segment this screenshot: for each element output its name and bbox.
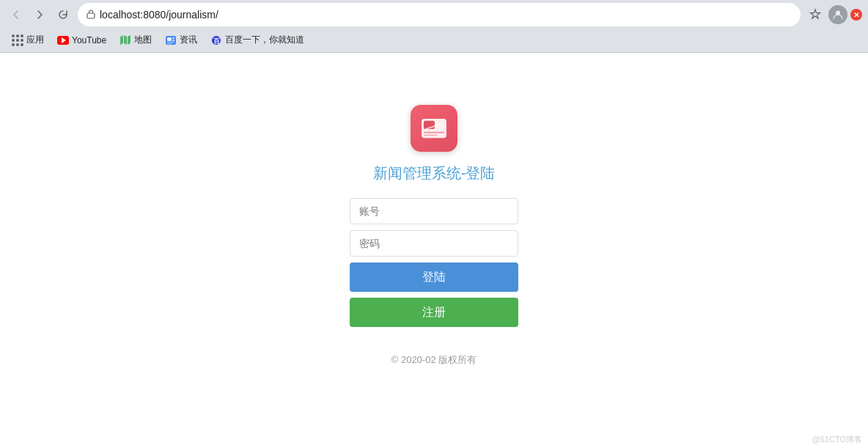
svg-text:百: 百: [213, 37, 221, 45]
toolbar-actions: ✕: [805, 4, 862, 25]
apps-label: 应用: [26, 34, 44, 46]
svg-rect-5: [172, 40, 174, 41]
newspaper-icon: [420, 117, 448, 139]
bookmark-baidu[interactable]: 百 百度一下，你就知道: [205, 32, 310, 48]
youtube-label: YouTube: [72, 35, 106, 45]
register-button[interactable]: 注册: [350, 298, 518, 327]
login-container: 新闻管理系统-登陆 登陆 注册 © 2020-02 版权所有: [350, 105, 518, 367]
map-icon: [119, 34, 131, 46]
footer-copyright: © 2020-02 版权所有: [391, 353, 477, 367]
browser-toolbar: localhost:8080/journalism/ ✕: [0, 0, 868, 29]
svg-rect-3: [167, 37, 172, 41]
svg-rect-7: [167, 43, 172, 44]
svg-rect-0: [87, 13, 95, 18]
page-title: 新闻管理系统-登陆: [373, 164, 496, 183]
back-button[interactable]: [6, 4, 26, 25]
watermark: @51CTO博客: [812, 434, 862, 445]
reload-button[interactable]: [53, 4, 73, 25]
login-button[interactable]: 登陆: [350, 262, 518, 292]
apps-icon: [12, 34, 23, 46]
news-label: 资讯: [180, 34, 197, 46]
lock-icon: [87, 9, 95, 21]
browser-chrome: localhost:8080/journalism/ ✕: [0, 0, 868, 53]
password-input[interactable]: [350, 230, 518, 257]
baidu-icon: 百: [210, 34, 222, 46]
bookmark-maps[interactable]: 地图: [114, 32, 158, 48]
app-icon: [411, 105, 457, 152]
bookmarks-bar: 应用 YouTube 地图 资讯: [0, 29, 868, 53]
bookmark-news[interactable]: 资讯: [159, 32, 203, 48]
url-text: localhost:8080/journalism/: [100, 9, 792, 21]
svg-rect-6: [167, 42, 174, 43]
baidu-label: 百度一下，你就知道: [225, 34, 304, 46]
page-content: 新闻管理系统-登陆 登陆 注册 © 2020-02 版权所有 @51CTO博客: [0, 53, 868, 448]
svg-rect-15: [424, 134, 438, 136]
forward-button[interactable]: [29, 4, 50, 25]
bookmark-star-button[interactable]: [805, 4, 825, 25]
bookmark-youtube[interactable]: YouTube: [51, 33, 112, 48]
bookmark-apps[interactable]: 应用: [6, 32, 50, 48]
address-bar[interactable]: localhost:8080/journalism/: [78, 3, 801, 26]
account-input[interactable]: [350, 198, 518, 224]
svg-rect-14: [424, 132, 444, 133]
nav-buttons: [6, 4, 73, 25]
svg-rect-4: [172, 37, 174, 39]
news-icon: [165, 34, 177, 46]
form-container: 登陆 注册: [350, 198, 518, 327]
close-red-icon[interactable]: ✕: [850, 9, 862, 21]
maps-label: 地图: [134, 34, 152, 46]
youtube-icon: [57, 36, 69, 45]
profile-icon[interactable]: [828, 5, 847, 24]
